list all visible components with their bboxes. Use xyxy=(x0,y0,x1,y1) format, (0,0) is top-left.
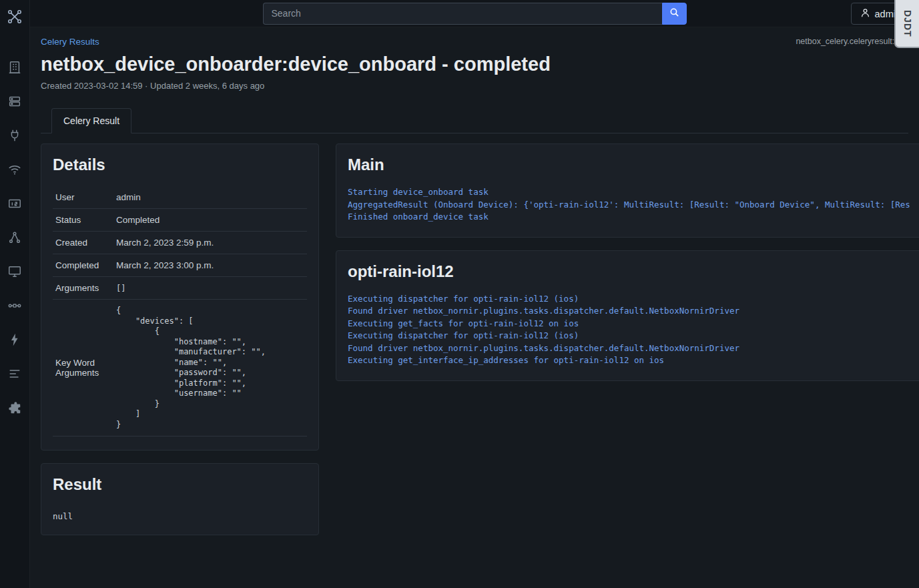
object-id-label: netbox_celery.celeryresult:197 xyxy=(796,37,908,46)
page-title: netbox_device_onboarder:device_onboard -… xyxy=(41,53,908,75)
sidebar-item-ipam[interactable] xyxy=(0,186,29,220)
sidebar-item-plugins[interactable] xyxy=(0,390,29,424)
search-input[interactable] xyxy=(263,3,662,25)
row-value: admin xyxy=(116,186,307,209)
transit-connection-icon xyxy=(7,298,22,313)
row-value: March 2, 2023 3:00 p.m. xyxy=(116,254,307,277)
row-label: Arguments xyxy=(53,277,116,300)
log-line: Finished onboard_device task xyxy=(348,211,910,224)
search-icon xyxy=(669,7,680,20)
main-log-card: Main Starting device_onboard task Aggreg… xyxy=(336,143,919,238)
table-row: Created March 2, 2023 2:59 p.m. xyxy=(53,232,307,254)
sidebar-item-tunnels[interactable] xyxy=(0,220,29,254)
top-navbar: admin xyxy=(30,0,919,27)
breadcrumb-row: Celery Results netbox_celery.celeryresul… xyxy=(41,37,908,47)
row-label: User xyxy=(53,186,116,209)
row-value: [] xyxy=(116,277,307,300)
row-value: March 2, 2023 2:59 p.m. xyxy=(116,232,307,254)
table-row: Status Completed xyxy=(53,209,307,232)
django-debug-toolbar-handle[interactable]: DJDT xyxy=(894,0,919,48)
device-log-title: opti-rain-iol12 xyxy=(348,262,910,281)
row-label: Status xyxy=(53,209,116,232)
tab-celery-result[interactable]: Celery Result xyxy=(51,108,131,133)
table-row: Arguments [] xyxy=(53,277,307,300)
sidebar-nav xyxy=(0,0,30,588)
person-icon xyxy=(860,7,871,21)
sidebar-item-circuits[interactable] xyxy=(0,288,29,322)
result-card: Result null xyxy=(41,463,319,535)
sidebar-item-devices[interactable] xyxy=(0,84,29,118)
netbox-logo-icon[interactable] xyxy=(7,9,23,25)
left-column: Details User admin Status Completed xyxy=(41,143,319,535)
row-label: Created xyxy=(53,232,116,254)
device-log-block: Executing dispatcher for opti-rain-iol12… xyxy=(348,293,910,367)
page-meta: Created 2023-03-02 14:59 · Updated 2 wee… xyxy=(41,81,908,91)
sidebar-item-connections[interactable] xyxy=(0,118,29,152)
counter-icon xyxy=(7,196,22,211)
details-card: Details User admin Status Completed xyxy=(41,143,319,451)
right-column: Main Starting device_onboard task Aggreg… xyxy=(336,143,919,381)
main-log-block: Starting device_onboard task AggregatedR… xyxy=(348,186,910,224)
result-value: null xyxy=(53,511,307,521)
sitemap-icon xyxy=(7,230,22,245)
log-line: Executing dispatcher for opti-rain-iol12… xyxy=(348,330,910,342)
tab-bar: Celery Result xyxy=(41,108,908,133)
table-row: User admin xyxy=(53,186,307,209)
wifi-icon xyxy=(7,162,22,177)
djdt-label: DJDT xyxy=(902,10,913,37)
row-label: Key Word Arguments xyxy=(53,300,116,436)
building-icon xyxy=(7,60,22,75)
device-log-card: opti-rain-iol12 Executing dispatcher for… xyxy=(336,250,919,381)
search-form xyxy=(263,3,687,25)
result-title: Result xyxy=(53,475,307,494)
sidebar-item-wireless[interactable] xyxy=(0,152,29,186)
text-lines-icon xyxy=(7,366,22,381)
status-badge: Completed xyxy=(116,209,307,232)
app-root: admin Celery Results netbox_celery.celer… xyxy=(0,0,919,588)
log-line: Executing get_interface_ip_addresses for… xyxy=(348,354,910,367)
log-line: Executing dispatcher for opti-rain-iol12… xyxy=(348,293,910,306)
log-line: Found driver netbox_nornir.plugins.tasks… xyxy=(348,342,910,355)
sidebar-item-power[interactable] xyxy=(0,322,29,356)
main-column: admin Celery Results netbox_celery.celer… xyxy=(30,0,919,588)
kwargs-json: { "devices": [ { "hostname": "", "manufa… xyxy=(116,306,307,430)
search-button[interactable] xyxy=(662,3,687,25)
content-grid: Details User admin Status Completed xyxy=(41,143,908,535)
puzzle-icon xyxy=(7,400,22,415)
log-line: Found driver netbox_nornir.plugins.tasks… xyxy=(348,305,910,318)
lightning-bolt-icon xyxy=(7,332,22,347)
plug-icon xyxy=(7,128,22,143)
details-table: User admin Status Completed Created Marc… xyxy=(53,186,307,436)
details-title: Details xyxy=(53,156,307,174)
log-line: Starting device_onboard task xyxy=(348,186,910,199)
page-content: Celery Results netbox_celery.celeryresul… xyxy=(30,27,919,588)
table-row: Completed March 2, 2023 3:00 p.m. xyxy=(53,254,307,277)
monitor-icon xyxy=(7,264,22,279)
log-line: Executing get_facts for opti-rain-iol12 … xyxy=(348,318,910,330)
sidebar-item-organization[interactable] xyxy=(0,50,29,84)
row-value: { "devices": [ { "hostname": "", "manufa… xyxy=(116,300,307,436)
main-log-title: Main xyxy=(348,156,910,174)
row-label: Completed xyxy=(53,254,116,277)
table-row: Key Word Arguments { "devices": [ { "hos… xyxy=(53,300,307,436)
sidebar-item-virtualization[interactable] xyxy=(0,254,29,288)
server-rack-icon xyxy=(7,94,22,109)
breadcrumb-celery-results[interactable]: Celery Results xyxy=(41,37,99,47)
sidebar-item-journal[interactable] xyxy=(0,356,29,390)
log-line: AggregatedResult (Onboard Device): {'opt… xyxy=(348,199,910,212)
